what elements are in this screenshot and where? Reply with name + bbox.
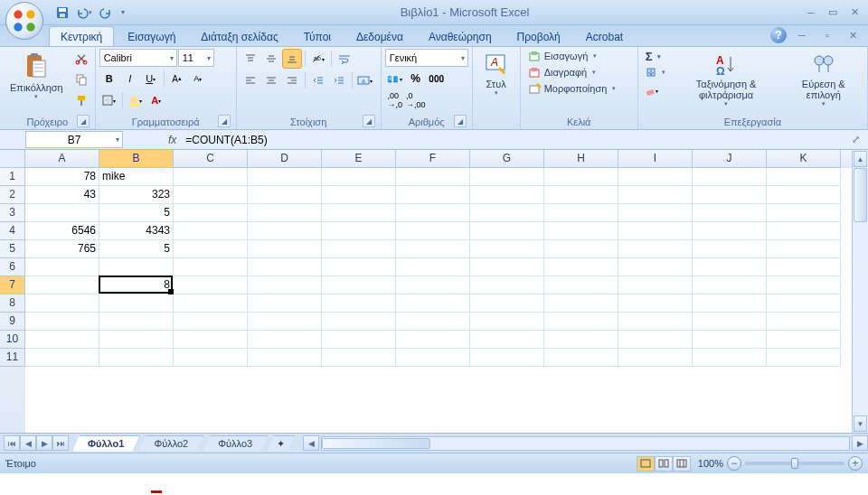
- cell-C6[interactable]: [174, 258, 248, 276]
- increase-indent-button[interactable]: [329, 70, 349, 90]
- zoom-level[interactable]: 100%: [698, 458, 723, 469]
- cell-C7[interactable]: [174, 276, 248, 294]
- fx-icon[interactable]: fx: [168, 134, 176, 146]
- tab-data[interactable]: Δεδομένα: [344, 26, 415, 46]
- column-header-K[interactable]: K: [767, 150, 841, 168]
- save-button[interactable]: [52, 3, 72, 23]
- alignment-dialog-launcher[interactable]: ◢: [363, 115, 375, 127]
- cell-I11[interactable]: [618, 349, 693, 367]
- decrease-indent-button[interactable]: [308, 70, 328, 90]
- cell-I8[interactable]: [618, 294, 693, 313]
- office-button[interactable]: [5, 2, 43, 40]
- cell-K8[interactable]: [767, 294, 841, 313]
- italic-button[interactable]: I: [120, 69, 140, 89]
- cell-E8[interactable]: [322, 294, 396, 313]
- row-header-9[interactable]: 9: [0, 313, 25, 331]
- number-format-combo[interactable]: Γενική: [385, 49, 468, 67]
- cell-I10[interactable]: [618, 331, 693, 349]
- column-header-J[interactable]: J: [693, 150, 767, 168]
- scroll-up-button[interactable]: ▲: [854, 151, 867, 167]
- page-layout-view-button[interactable]: [655, 456, 673, 472]
- cell-E2[interactable]: [322, 186, 396, 204]
- formula-bar[interactable]: [182, 131, 848, 148]
- sheet-tab-1[interactable]: Φύλλο1: [72, 435, 139, 452]
- cell-B1[interactable]: mike: [99, 168, 174, 186]
- normal-view-button[interactable]: [637, 456, 655, 472]
- cell-D3[interactable]: [248, 204, 322, 222]
- comma-button[interactable]: 000: [427, 69, 447, 89]
- cell-G5[interactable]: [470, 240, 544, 258]
- align-left-button[interactable]: [241, 70, 260, 90]
- cell-G6[interactable]: [470, 258, 544, 276]
- sheet-tab-3[interactable]: Φύλλο3: [203, 435, 268, 451]
- align-center-button[interactable]: [261, 70, 281, 90]
- select-all-corner[interactable]: [0, 150, 25, 168]
- tab-review[interactable]: Αναθεώρηση: [417, 26, 504, 46]
- bold-button[interactable]: B: [99, 69, 119, 89]
- cell-E6[interactable]: [322, 258, 396, 276]
- column-headers[interactable]: ABCDEFGHIJK: [25, 150, 852, 168]
- cell-E4[interactable]: [322, 222, 396, 240]
- cell-H8[interactable]: [544, 294, 618, 313]
- fill-button[interactable]: [642, 66, 669, 79]
- cut-button[interactable]: [71, 49, 91, 69]
- cell-E7[interactable]: [322, 276, 396, 294]
- cell-F11[interactable]: [396, 349, 470, 367]
- minimize-button[interactable]: ─: [801, 5, 821, 21]
- cell-K10[interactable]: [767, 331, 841, 349]
- cell-F8[interactable]: [396, 294, 470, 313]
- column-header-G[interactable]: G: [470, 150, 544, 168]
- cell-F1[interactable]: [396, 168, 470, 186]
- accounting-format-button[interactable]: 💶▾: [385, 69, 405, 89]
- column-header-F[interactable]: F: [396, 150, 470, 168]
- column-header-I[interactable]: I: [618, 150, 693, 168]
- wrap-text-button[interactable]: [335, 49, 354, 69]
- grow-font-button[interactable]: A▴: [167, 69, 187, 89]
- cell-A1[interactable]: 78: [25, 168, 99, 186]
- cell-H7[interactable]: [544, 276, 618, 294]
- font-color-button[interactable]: A▾: [146, 90, 166, 110]
- cell-J3[interactable]: [693, 204, 767, 222]
- mdi-minimize[interactable]: ─: [792, 27, 812, 43]
- cell-G9[interactable]: [470, 313, 544, 331]
- cell-H5[interactable]: [544, 240, 618, 258]
- row-header-4[interactable]: 4: [0, 222, 25, 240]
- cell-J10[interactable]: [693, 331, 767, 349]
- cell-K4[interactable]: [767, 222, 841, 240]
- cell-C10[interactable]: [174, 331, 248, 349]
- cell-C5[interactable]: [174, 240, 248, 258]
- align-bottom-button[interactable]: [282, 49, 302, 69]
- cell-H11[interactable]: [544, 349, 618, 367]
- percent-button[interactable]: %: [406, 69, 426, 89]
- cell-B9[interactable]: [99, 313, 174, 331]
- cell-I5[interactable]: [618, 240, 693, 258]
- cell-A11[interactable]: [25, 349, 99, 367]
- align-top-button[interactable]: [241, 49, 260, 69]
- cell-I1[interactable]: [618, 168, 693, 186]
- cell-F2[interactable]: [396, 186, 470, 204]
- row-header-3[interactable]: 3: [0, 204, 25, 222]
- shrink-font-button[interactable]: A▾: [188, 69, 208, 89]
- cell-D1[interactable]: [248, 168, 322, 186]
- increase-decimal-button[interactable]: ,00→,0: [385, 90, 405, 110]
- cell-B2[interactable]: 323: [99, 186, 174, 204]
- cell-A5[interactable]: 765: [25, 240, 99, 258]
- cell-G2[interactable]: [470, 186, 544, 204]
- find-select-button[interactable]: Εύρεση & επιλογή ▾: [784, 49, 863, 110]
- insert-cells-button[interactable]: Εισαγωγή: [524, 49, 620, 63]
- align-middle-button[interactable]: [261, 49, 281, 69]
- cell-C9[interactable]: [174, 313, 248, 331]
- cell-G1[interactable]: [470, 168, 544, 186]
- cell-E5[interactable]: [322, 240, 396, 258]
- fill-color-button[interactable]: ▾: [126, 90, 146, 110]
- column-header-E[interactable]: E: [322, 150, 396, 168]
- scroll-down-button[interactable]: ▼: [854, 416, 867, 432]
- cell-G3[interactable]: [470, 204, 544, 222]
- row-header-7[interactable]: 7: [0, 276, 25, 294]
- horizontal-scrollbar[interactable]: [321, 436, 850, 451]
- redo-button[interactable]: [96, 3, 116, 23]
- cell-D9[interactable]: [248, 313, 322, 331]
- cell-C11[interactable]: [174, 349, 248, 367]
- cell-F6[interactable]: [396, 258, 470, 276]
- cell-K7[interactable]: [767, 276, 841, 294]
